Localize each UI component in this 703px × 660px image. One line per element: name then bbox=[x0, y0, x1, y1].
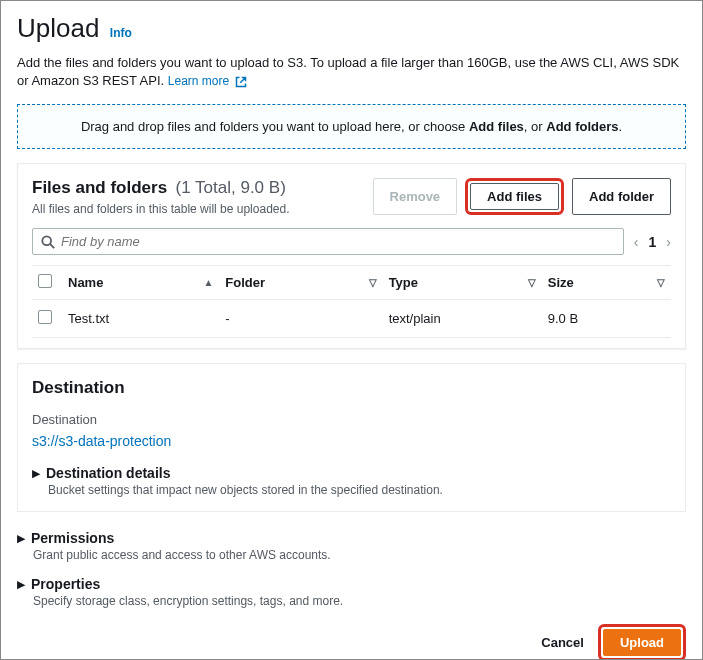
select-all-checkbox[interactable] bbox=[38, 274, 52, 288]
files-panel: Files and folders (1 Total, 9.0 B) All f… bbox=[17, 163, 686, 349]
cell-name: Test.txt bbox=[62, 300, 219, 338]
destination-panel: Destination Destination s3://s3-data-pro… bbox=[17, 363, 686, 512]
add-files-button[interactable]: Add files bbox=[470, 183, 559, 210]
svg-point-0 bbox=[42, 236, 51, 245]
caret-right-icon: ▶ bbox=[32, 467, 40, 480]
add-folder-button[interactable]: Add folder bbox=[572, 178, 671, 215]
destination-details-sub: Bucket settings that impact new objects … bbox=[48, 483, 671, 497]
prev-page-button[interactable]: ‹ bbox=[634, 234, 639, 250]
next-page-button[interactable]: › bbox=[666, 234, 671, 250]
cell-folder: - bbox=[219, 300, 382, 338]
cell-type: text/plain bbox=[383, 300, 542, 338]
files-panel-subtitle: All files and folders in this table will… bbox=[32, 202, 289, 216]
page-description: Add the files and folders you want to up… bbox=[17, 54, 686, 90]
destination-label: Destination bbox=[32, 412, 671, 427]
upload-highlight: Upload bbox=[598, 624, 686, 660]
footer: Cancel Upload bbox=[17, 624, 686, 660]
table-row[interactable]: Test.txt - text/plain 9.0 B bbox=[32, 300, 671, 338]
destination-title: Destination bbox=[32, 378, 671, 398]
learn-more-link[interactable]: Learn more bbox=[168, 74, 247, 88]
page-number: 1 bbox=[649, 234, 657, 250]
sort-icon[interactable]: ▽ bbox=[369, 277, 377, 288]
svg-line-1 bbox=[50, 244, 54, 248]
upload-button[interactable]: Upload bbox=[603, 629, 681, 656]
col-type[interactable]: Type bbox=[389, 275, 418, 290]
info-link[interactable]: Info bbox=[110, 26, 132, 40]
col-size[interactable]: Size bbox=[548, 275, 574, 290]
pagination: ‹ 1 › bbox=[634, 234, 671, 250]
search-input-container[interactable] bbox=[32, 228, 624, 255]
col-folder[interactable]: Folder bbox=[225, 275, 265, 290]
files-panel-title: Files and folders bbox=[32, 178, 167, 197]
files-panel-count: (1 Total, 9.0 B) bbox=[176, 178, 286, 197]
caret-right-icon: ▶ bbox=[17, 578, 25, 591]
destination-details-toggle[interactable]: ▶ Destination details bbox=[32, 465, 671, 481]
cell-size: 9.0 B bbox=[542, 300, 671, 338]
search-input[interactable] bbox=[61, 234, 615, 249]
remove-button[interactable]: Remove bbox=[373, 178, 458, 215]
cancel-button[interactable]: Cancel bbox=[541, 635, 584, 650]
external-link-icon bbox=[235, 76, 247, 88]
caret-right-icon: ▶ bbox=[17, 532, 25, 545]
row-checkbox[interactable] bbox=[38, 310, 52, 324]
page-header: Upload Info bbox=[17, 13, 686, 44]
sort-asc-icon[interactable]: ▲ bbox=[203, 277, 213, 288]
add-files-highlight: Add files bbox=[465, 178, 564, 215]
properties-sub: Specify storage class, encryption settin… bbox=[33, 594, 686, 608]
files-table: Name▲ Folder▽ Type▽ Size▽ Test.txt - tex… bbox=[32, 265, 671, 338]
sort-icon[interactable]: ▽ bbox=[657, 277, 665, 288]
properties-toggle[interactable]: ▶ Properties bbox=[17, 576, 686, 592]
col-name[interactable]: Name bbox=[68, 275, 103, 290]
dropzone[interactable]: Drag and drop files and folders you want… bbox=[17, 104, 686, 149]
search-icon bbox=[41, 235, 55, 249]
permissions-sub: Grant public access and access to other … bbox=[33, 548, 686, 562]
destination-link[interactable]: s3://s3-data-protection bbox=[32, 433, 671, 449]
sort-icon[interactable]: ▽ bbox=[528, 277, 536, 288]
page-title: Upload bbox=[17, 13, 99, 44]
permissions-toggle[interactable]: ▶ Permissions bbox=[17, 530, 686, 546]
